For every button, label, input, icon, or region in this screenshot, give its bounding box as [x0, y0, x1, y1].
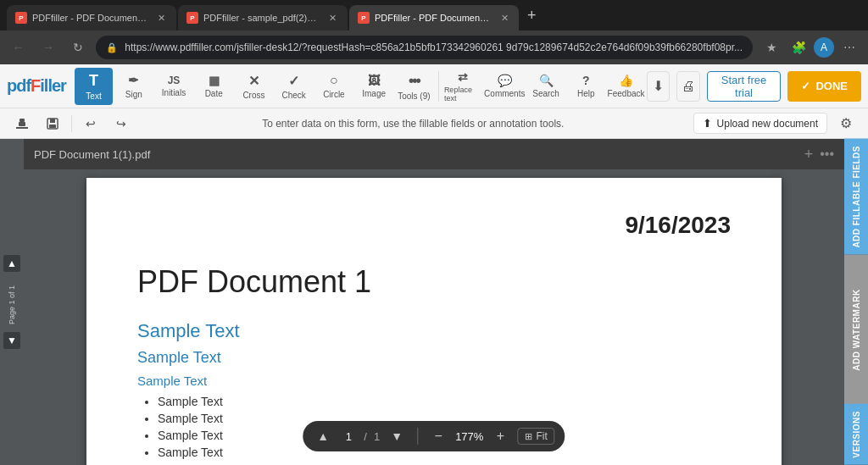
sign-tool-button[interactable]: ✒ Sign — [114, 68, 153, 105]
secondary-toolbar: ↩ ↪ To enter data on this form, use the … — [0, 108, 868, 139]
svg-rect-1 — [19, 122, 25, 126]
extensions-button[interactable]: 🧩 — [787, 36, 810, 59]
address-bar-row: ← → ↻ 🔒 https://www.pdffiller.com/jsfill… — [0, 30, 868, 64]
settings-button[interactable]: ⚙ — [834, 112, 858, 136]
info-text: To enter data on this form, use the fill… — [140, 118, 687, 130]
toolbar-right: ⬇ 🖨 Start free trial ✓ DONE — [647, 71, 861, 102]
date-tool-icon: ▦ — [209, 74, 220, 87]
page-navigation: ▲ Page 1 of 1 ▼ — [3, 255, 20, 348]
check-tool-button[interactable]: ✓ Check — [275, 68, 313, 105]
tab1-close[interactable]: ✕ — [156, 11, 168, 25]
zoom-out-button[interactable]: − — [428, 426, 448, 446]
stamp-button[interactable] — [10, 112, 34, 136]
document-area: PDF Document 1(1).pdf + ••• 9/16/2023 PD… — [24, 139, 844, 465]
feedback-button[interactable]: 👍 Feedback — [607, 68, 645, 105]
start-free-trial-button[interactable]: Start free trial — [707, 71, 782, 102]
settings-icon: ⚙ — [840, 115, 852, 131]
replace-text-label: Replace text — [444, 86, 482, 102]
image-tool-button[interactable]: 🖼 Image — [355, 68, 393, 105]
initials-tool-button[interactable]: JS Initials — [154, 68, 192, 105]
list-item: Sample Text — [158, 395, 731, 408]
svg-rect-5 — [49, 125, 56, 128]
pdf-heading-2: Sample Text — [137, 349, 731, 367]
brand-logo: pdfFiller — [7, 76, 66, 96]
forward-button[interactable]: → — [36, 36, 59, 59]
browser-tab-3[interactable]: P PDFfiller - PDF Document 1(1).p... ✕ — [349, 5, 519, 30]
document-title: PDF Document 1(1).pdf — [34, 148, 798, 161]
search-button[interactable]: 🔍 Search — [526, 68, 565, 105]
main-area: ▲ Page 1 of 1 ▼ PDF Document 1(1).pdf + … — [0, 139, 868, 465]
more-tools-icon: ••• — [409, 72, 420, 90]
zoom-divider — [417, 428, 418, 445]
favorites-button[interactable]: ★ — [760, 36, 783, 59]
fit-label: Fit — [536, 430, 547, 442]
upload-new-document-button[interactable]: ⬆ Upload new document — [693, 113, 827, 134]
more-tools-button[interactable]: ••• Tools (9) — [395, 68, 433, 105]
download-button[interactable]: ⬇ — [647, 71, 670, 102]
main-toolbar: pdfFiller T Text ✒ Sign JS Initials ▦ Da… — [0, 64, 868, 108]
redo-button[interactable]: ↪ — [109, 112, 133, 136]
check-tool-label: Check — [282, 91, 306, 100]
zoom-percent: 177% — [455, 430, 483, 443]
replace-text-button[interactable]: ⇄ Replace text — [444, 68, 482, 105]
feedback-label: Feedback — [608, 89, 645, 98]
circle-tool-label: Circle — [323, 90, 345, 99]
next-page-button[interactable]: ▼ — [3, 332, 20, 349]
add-tab-button[interactable]: + — [804, 146, 814, 163]
tab3-close[interactable]: ✕ — [499, 11, 510, 25]
tab3-label: PDFfiller - PDF Document 1(1).p... — [375, 13, 491, 23]
pdf-heading-3: Sample Text — [137, 374, 731, 388]
address-actions: ★ 🧩 A ⋯ — [760, 36, 861, 59]
prev-page-button[interactable]: ▲ — [3, 255, 20, 272]
profile-button[interactable]: A — [814, 37, 834, 58]
total-pages: 1 — [374, 430, 380, 443]
tab-bar: P PDFfiller - PDF Document 1.pdf ✕ P PDF… — [0, 0, 868, 30]
save-button[interactable] — [41, 112, 64, 136]
start-free-trial-label: Start free trial — [721, 74, 766, 99]
next-page-arrow[interactable]: ▼ — [387, 426, 407, 446]
versions-tab[interactable]: VERSIONS — [844, 404, 868, 465]
refresh-button[interactable]: ↻ — [66, 36, 89, 59]
cross-tool-button[interactable]: ✕ Cross — [235, 68, 273, 105]
tab2-close[interactable]: ✕ — [326, 11, 339, 25]
document-header: PDF Document 1(1).pdf + ••• — [24, 139, 844, 169]
address-field[interactable]: 🔒 https://www.pdffiller.com/jsfiller-des… — [96, 36, 753, 59]
date-tool-button[interactable]: ▦ Date — [195, 68, 233, 105]
document-more-button[interactable]: ••• — [820, 147, 834, 162]
address-url: https://www.pdffiller.com/jsfiller-desk1… — [125, 42, 743, 53]
prev-page-arrow[interactable]: ▲ — [313, 426, 333, 446]
add-fillable-fields-tab[interactable]: ADD FILLABLE FIELDS — [844, 139, 868, 255]
image-tool-icon: 🖼 — [368, 74, 380, 87]
svg-rect-4 — [50, 119, 55, 123]
replace-text-icon: ⇄ — [458, 70, 468, 84]
browser-tab-2[interactable]: P PDFfiller - sample_pdf(2).pdf ✕ — [178, 5, 348, 30]
help-label: Help — [577, 89, 595, 98]
tab1-favicon: P — [15, 12, 27, 24]
circle-tool-button[interactable]: ○ Circle — [314, 68, 353, 105]
feedback-icon: 👍 — [619, 74, 633, 87]
toolbar-divider-1 — [438, 71, 439, 102]
print-button[interactable]: 🖨 — [676, 71, 699, 102]
search-icon: 🔍 — [539, 74, 554, 87]
svg-rect-2 — [19, 119, 25, 122]
undo-button[interactable]: ↩ — [79, 112, 103, 136]
help-button[interactable]: ? Help — [567, 68, 605, 105]
done-button[interactable]: ✓ DONE — [787, 71, 861, 102]
browser-tab-1[interactable]: P PDFfiller - PDF Document 1.pdf ✕ — [7, 5, 176, 30]
pdf-heading-1: Sample Text — [137, 320, 731, 342]
page-separator: / — [364, 430, 367, 443]
current-page-input[interactable] — [340, 430, 357, 443]
text-tool-button[interactable]: T Text — [75, 68, 113, 105]
browser-menu-button[interactable]: ⋯ — [837, 36, 861, 59]
add-watermark-tab[interactable]: ADD WATERMARK — [844, 255, 868, 405]
pdf-date: 9/16/2023 — [137, 212, 731, 239]
new-tab-button[interactable]: + — [520, 7, 543, 25]
pagination-bar: ▲ / 1 ▼ − 177% + ⊞ Fit — [303, 421, 565, 451]
comments-button[interactable]: 💬 Comments — [484, 68, 525, 105]
text-tool-icon: T — [89, 72, 98, 90]
upload-label: Upload new document — [717, 118, 818, 130]
fit-button[interactable]: ⊞ Fit — [517, 428, 554, 445]
zoom-in-button[interactable]: + — [490, 426, 510, 446]
back-button[interactable]: ← — [7, 36, 30, 59]
tab2-label: PDFfiller - sample_pdf(2).pdf — [203, 13, 318, 23]
